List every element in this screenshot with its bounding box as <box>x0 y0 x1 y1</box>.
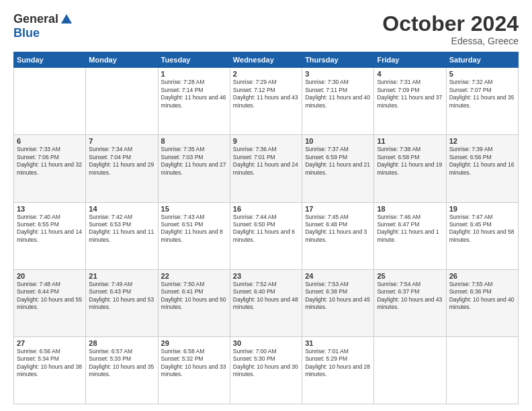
day-info: Sunrise: 7:52 AMSunset: 6:40 PMDaylight:… <box>233 281 299 312</box>
calendar-cell: 5Sunrise: 7:32 AMSunset: 7:07 PMDaylight… <box>446 68 518 135</box>
day-info: Sunrise: 7:48 AMSunset: 6:44 PMDaylight:… <box>17 281 83 312</box>
calendar-cell: 25Sunrise: 7:54 AMSunset: 6:37 PMDayligh… <box>374 269 446 336</box>
day-number: 12 <box>449 137 515 145</box>
day-number: 1 <box>161 70 227 78</box>
day-number: 28 <box>89 339 154 347</box>
day-info: Sunrise: 7:37 AMSunset: 6:59 PMDaylight:… <box>305 146 371 177</box>
calendar-cell: 31Sunrise: 7:01 AMSunset: 5:29 PMDayligh… <box>302 336 374 404</box>
day-number: 30 <box>233 339 299 347</box>
day-info: Sunrise: 7:34 AMSunset: 7:04 PMDaylight:… <box>89 146 154 177</box>
day-info: Sunrise: 7:32 AMSunset: 7:07 PMDaylight:… <box>449 79 515 109</box>
day-info: Sunrise: 7:31 AMSunset: 7:09 PMDaylight:… <box>377 79 443 109</box>
calendar-cell: 9Sunrise: 7:36 AMSunset: 7:01 PMDaylight… <box>230 135 302 202</box>
day-info: Sunrise: 7:35 AMSunset: 7:03 PMDaylight:… <box>161 146 227 177</box>
day-number: 3 <box>305 70 371 78</box>
day-number: 25 <box>377 272 443 280</box>
day-info: Sunrise: 7:40 AMSunset: 6:55 PMDaylight:… <box>17 214 83 244</box>
day-info: Sunrise: 7:33 AMSunset: 7:06 PMDaylight:… <box>17 146 83 177</box>
logo-general: General <box>13 12 58 26</box>
day-info: Sunrise: 7:53 AMSunset: 6:38 PMDaylight:… <box>305 281 371 312</box>
calendar-cell <box>14 68 86 135</box>
day-info: Sunrise: 7:46 AMSunset: 6:47 PMDaylight:… <box>377 214 443 244</box>
day-number: 20 <box>17 272 83 280</box>
calendar-cell: 7Sunrise: 7:34 AMSunset: 7:04 PMDaylight… <box>86 135 158 202</box>
svg-marker-0 <box>61 14 72 24</box>
day-number: 4 <box>377 70 443 78</box>
calendar-cell: 15Sunrise: 7:43 AMSunset: 6:51 PMDayligh… <box>158 202 230 269</box>
calendar-cell: 23Sunrise: 7:52 AMSunset: 6:40 PMDayligh… <box>230 269 302 336</box>
calendar-cell: 26Sunrise: 7:55 AMSunset: 6:36 PMDayligh… <box>446 269 518 336</box>
calendar-cell <box>374 336 446 404</box>
day-info: Sunrise: 7:38 AMSunset: 6:58 PMDaylight:… <box>377 146 443 177</box>
day-info: Sunrise: 7:44 AMSunset: 6:50 PMDaylight:… <box>233 214 299 244</box>
calendar-cell: 1Sunrise: 7:28 AMSunset: 7:14 PMDaylight… <box>158 68 230 135</box>
day-info: Sunrise: 7:01 AMSunset: 5:29 PMDaylight:… <box>305 348 371 379</box>
calendar-cell: 12Sunrise: 7:39 AMSunset: 6:56 PMDayligh… <box>446 135 518 202</box>
logo-icon <box>60 13 73 26</box>
day-info: Sunrise: 6:58 AMSunset: 5:32 PMDaylight:… <box>161 348 227 379</box>
calendar-cell <box>86 68 158 135</box>
calendar-cell: 6Sunrise: 7:33 AMSunset: 7:06 PMDaylight… <box>14 135 86 202</box>
calendar-cell: 21Sunrise: 7:49 AMSunset: 6:43 PMDayligh… <box>86 269 158 336</box>
calendar-cell: 27Sunrise: 6:56 AMSunset: 5:34 PMDayligh… <box>14 336 86 404</box>
day-info: Sunrise: 7:55 AMSunset: 6:36 PMDaylight:… <box>449 281 515 312</box>
day-number: 23 <box>233 272 299 280</box>
day-number: 10 <box>305 137 371 145</box>
calendar-cell: 11Sunrise: 7:38 AMSunset: 6:58 PMDayligh… <box>374 135 446 202</box>
day-info: Sunrise: 6:56 AMSunset: 5:34 PMDaylight:… <box>17 348 83 379</box>
calendar-cell: 8Sunrise: 7:35 AMSunset: 7:03 PMDaylight… <box>158 135 230 202</box>
header: General Blue October 2024 Edessa, Greece <box>13 12 519 46</box>
day-number: 9 <box>233 137 299 145</box>
day-number: 21 <box>89 272 154 280</box>
calendar-week-row: 13Sunrise: 7:40 AMSunset: 6:55 PMDayligh… <box>14 202 519 269</box>
calendar-cell: 10Sunrise: 7:37 AMSunset: 6:59 PMDayligh… <box>302 135 374 202</box>
day-info: Sunrise: 7:42 AMSunset: 6:53 PMDaylight:… <box>89 214 154 244</box>
calendar-week-row: 20Sunrise: 7:48 AMSunset: 6:44 PMDayligh… <box>14 269 519 336</box>
calendar-cell: 20Sunrise: 7:48 AMSunset: 6:44 PMDayligh… <box>14 269 86 336</box>
title-area: October 2024 Edessa, Greece <box>382 12 519 46</box>
calendar-cell: 4Sunrise: 7:31 AMSunset: 7:09 PMDaylight… <box>374 68 446 135</box>
weekday-header-row: SundayMondayTuesdayWednesdayThursdayFrid… <box>14 52 519 68</box>
day-info: Sunrise: 6:57 AMSunset: 5:33 PMDaylight:… <box>89 348 154 379</box>
day-number: 31 <box>305 339 371 347</box>
calendar-table: SundayMondayTuesdayWednesdayThursdayFrid… <box>13 52 519 404</box>
calendar-cell: 14Sunrise: 7:42 AMSunset: 6:53 PMDayligh… <box>86 202 158 269</box>
day-number: 11 <box>377 137 443 145</box>
weekday-header: Friday <box>374 52 446 68</box>
calendar-week-row: 6Sunrise: 7:33 AMSunset: 7:06 PMDaylight… <box>14 135 519 202</box>
day-number: 2 <box>233 70 299 78</box>
day-number: 29 <box>161 339 227 347</box>
calendar-cell: 3Sunrise: 7:30 AMSunset: 7:11 PMDaylight… <box>302 68 374 135</box>
calendar-cell: 29Sunrise: 6:58 AMSunset: 5:32 PMDayligh… <box>158 336 230 404</box>
day-info: Sunrise: 7:28 AMSunset: 7:14 PMDaylight:… <box>161 79 227 109</box>
calendar-cell: 18Sunrise: 7:46 AMSunset: 6:47 PMDayligh… <box>374 202 446 269</box>
day-info: Sunrise: 7:36 AMSunset: 7:01 PMDaylight:… <box>233 146 299 177</box>
weekday-header: Saturday <box>446 52 518 68</box>
day-number: 19 <box>449 205 515 213</box>
day-info: Sunrise: 7:29 AMSunset: 7:12 PMDaylight:… <box>233 79 299 109</box>
weekday-header: Wednesday <box>230 52 302 68</box>
calendar-cell: 24Sunrise: 7:53 AMSunset: 6:38 PMDayligh… <box>302 269 374 336</box>
day-number: 26 <box>449 272 515 280</box>
day-info: Sunrise: 7:00 AMSunset: 5:30 PMDaylight:… <box>233 348 299 379</box>
day-info: Sunrise: 7:47 AMSunset: 6:45 PMDaylight:… <box>449 214 515 244</box>
day-number: 16 <box>233 205 299 213</box>
day-number: 5 <box>449 70 515 78</box>
day-number: 13 <box>17 205 83 213</box>
day-info: Sunrise: 7:49 AMSunset: 6:43 PMDaylight:… <box>89 281 154 312</box>
calendar-cell: 28Sunrise: 6:57 AMSunset: 5:33 PMDayligh… <box>86 336 158 404</box>
day-number: 18 <box>377 205 443 213</box>
day-number: 15 <box>161 205 227 213</box>
calendar-cell: 30Sunrise: 7:00 AMSunset: 5:30 PMDayligh… <box>230 336 302 404</box>
calendar-cell: 2Sunrise: 7:29 AMSunset: 7:12 PMDaylight… <box>230 68 302 135</box>
calendar-cell: 22Sunrise: 7:50 AMSunset: 6:41 PMDayligh… <box>158 269 230 336</box>
calendar-cell: 16Sunrise: 7:44 AMSunset: 6:50 PMDayligh… <box>230 202 302 269</box>
weekday-header: Sunday <box>14 52 86 68</box>
day-info: Sunrise: 7:45 AMSunset: 6:48 PMDaylight:… <box>305 214 371 244</box>
day-number: 22 <box>161 272 227 280</box>
location: Edessa, Greece <box>382 36 519 46</box>
weekday-header: Thursday <box>302 52 374 68</box>
logo: General Blue <box>13 12 73 40</box>
calendar-week-row: 27Sunrise: 6:56 AMSunset: 5:34 PMDayligh… <box>14 336 519 404</box>
weekday-header: Tuesday <box>158 52 230 68</box>
